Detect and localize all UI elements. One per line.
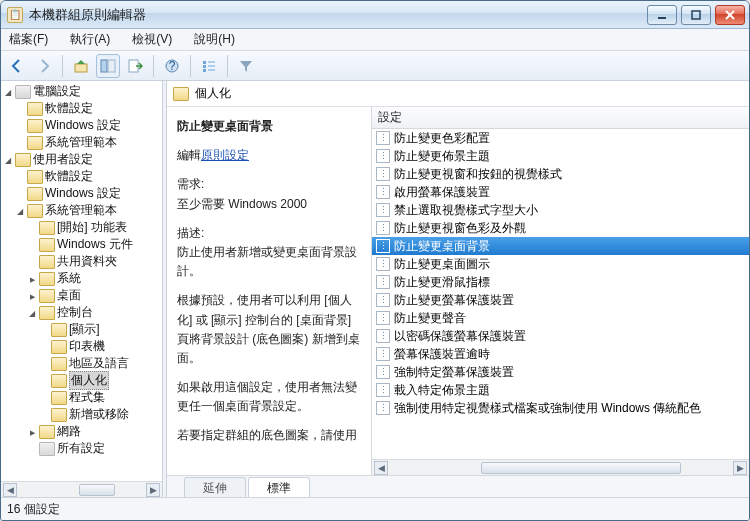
twisty-icon[interactable]: [27, 291, 37, 301]
tree-item[interactable]: 印表機: [1, 338, 162, 355]
tree-item[interactable]: 新增或移除: [1, 406, 162, 423]
description-2: 根據預設，使用者可以利用 [個人化] 或 [顯示] 控制台的 [桌面背景] 頁將…: [177, 291, 361, 368]
tree-item-label: 地區及語言: [69, 355, 129, 372]
tree-item[interactable]: Windows 設定: [1, 185, 162, 202]
tree-item[interactable]: Windows 元件: [1, 236, 162, 253]
folder-icon: [51, 357, 67, 371]
tree-item[interactable]: 系統管理範本: [1, 202, 162, 219]
listview-button[interactable]: [197, 54, 221, 78]
menubar: 檔案(F) 執行(A) 檢視(V) 說明(H): [1, 29, 749, 51]
toolbar-sep4: [227, 55, 228, 77]
list-scrollbar[interactable]: ◀ ▶: [372, 459, 749, 475]
tree-item[interactable]: 桌面: [1, 287, 162, 304]
window-controls: [647, 5, 745, 25]
tree-scrollbar[interactable]: ◀ ▶: [1, 481, 162, 497]
tree-item[interactable]: 網路: [1, 423, 162, 440]
body: 電腦設定 軟體設定Windows 設定系統管理範本使用者設定軟體設定Window…: [1, 81, 749, 498]
tree-root[interactable]: 電腦設定: [1, 83, 162, 100]
tree-item[interactable]: [顯示]: [1, 321, 162, 338]
tree-item[interactable]: 所有設定: [1, 440, 162, 457]
app-icon: 📋: [7, 7, 23, 23]
scroll-left-icon[interactable]: ◀: [374, 461, 388, 475]
export-button[interactable]: [123, 54, 147, 78]
policy-row-label: 強制使用特定視覺樣式檔案或強制使用 Windows 傳統配色: [394, 400, 701, 417]
menu-help[interactable]: 說明(H): [190, 29, 239, 50]
policy-icon: [376, 239, 390, 253]
tree-item[interactable]: 使用者設定: [1, 151, 162, 168]
policy-row[interactable]: 防止變更桌面圖示: [372, 255, 749, 273]
help-button[interactable]: ?: [160, 54, 184, 78]
policy-setting-link[interactable]: 原則設定: [201, 148, 249, 162]
policy-row[interactable]: 防止變更滑鼠指標: [372, 273, 749, 291]
column-header-setting[interactable]: 設定: [372, 107, 749, 129]
requirements-value: 至少需要 Windows 2000: [177, 197, 307, 211]
nav-forward-button[interactable]: [32, 54, 56, 78]
scroll-thumb[interactable]: [79, 484, 115, 496]
policy-row[interactable]: 防止變更視窗色彩及外觀: [372, 219, 749, 237]
tree-item-label: 桌面: [57, 287, 81, 304]
folder-icon: [39, 255, 55, 269]
tree-item[interactable]: 系統管理範本: [1, 134, 162, 151]
twisty-icon[interactable]: [15, 206, 25, 216]
policy-row[interactable]: 防止變更色彩配置: [372, 129, 749, 147]
twisty-icon[interactable]: [27, 308, 37, 318]
tree-item[interactable]: [開始] 功能表: [1, 219, 162, 236]
tab-standard[interactable]: 標準: [248, 477, 310, 497]
policy-row[interactable]: 螢幕保護裝置逾時: [372, 345, 749, 363]
scroll-thumb[interactable]: [481, 462, 681, 474]
tree-root-label: 電腦設定: [33, 83, 81, 100]
close-button[interactable]: [715, 5, 745, 25]
show-tree-button[interactable]: [96, 54, 120, 78]
menu-action[interactable]: 執行(A): [66, 29, 114, 50]
tree-item[interactable]: 系統: [1, 270, 162, 287]
scope-tree[interactable]: 電腦設定 軟體設定Windows 設定系統管理範本使用者設定軟體設定Window…: [1, 81, 163, 497]
policy-icon: [376, 383, 390, 397]
menu-view[interactable]: 檢視(V): [128, 29, 176, 50]
policy-row[interactable]: 以密碼保護螢幕保護裝置: [372, 327, 749, 345]
filter-button[interactable]: [234, 54, 258, 78]
folder-icon: [15, 153, 31, 167]
twisty-icon[interactable]: [27, 274, 37, 284]
scroll-right-icon[interactable]: ▶: [733, 461, 747, 475]
minimize-button[interactable]: [647, 5, 677, 25]
policy-row[interactable]: 啟用螢幕保護裝置: [372, 183, 749, 201]
tree-item[interactable]: 共用資料夾: [1, 253, 162, 270]
policy-row[interactable]: 防止變更佈景主題: [372, 147, 749, 165]
policy-list-body[interactable]: 防止變更色彩配置防止變更佈景主題防止變更視窗和按鈕的視覺樣式啟用螢幕保護裝置禁止…: [372, 129, 749, 459]
twisty-icon[interactable]: [3, 155, 13, 165]
policy-row[interactable]: 防止變更視窗和按鈕的視覺樣式: [372, 165, 749, 183]
folder-icon: [27, 170, 43, 184]
tree-item[interactable]: 個人化: [1, 372, 162, 389]
nav-back-button[interactable]: [5, 54, 29, 78]
up-level-button[interactable]: [69, 54, 93, 78]
tree-item[interactable]: 控制台: [1, 304, 162, 321]
folder-icon: [27, 204, 43, 218]
scroll-right-icon[interactable]: ▶: [146, 483, 160, 497]
policy-row[interactable]: 載入特定佈景主題: [372, 381, 749, 399]
policy-row[interactable]: 防止變更螢幕保護裝置: [372, 291, 749, 309]
twisty-icon[interactable]: [3, 87, 13, 97]
titlebar[interactable]: 📋 本機群組原則編輯器: [1, 1, 749, 29]
tree-item[interactable]: Windows 設定: [1, 117, 162, 134]
toolbar-sep2: [153, 55, 154, 77]
statusbar: 16 個設定: [1, 498, 749, 520]
policy-row[interactable]: 防止變更聲音: [372, 309, 749, 327]
tree-item[interactable]: 地區及語言: [1, 355, 162, 372]
svg-rect-1: [692, 11, 700, 19]
view-tabs: 延伸 標準: [167, 475, 749, 497]
menu-file[interactable]: 檔案(F): [5, 29, 52, 50]
maximize-button[interactable]: [681, 5, 711, 25]
twisty-icon[interactable]: [27, 427, 37, 437]
tree-item[interactable]: 軟體設定: [1, 100, 162, 117]
policy-row[interactable]: 強制特定螢幕保護裝置: [372, 363, 749, 381]
status-count: 16 個設定: [7, 501, 60, 518]
tree-item[interactable]: 軟體設定: [1, 168, 162, 185]
policy-row[interactable]: 防止變更桌面背景: [372, 237, 749, 255]
policy-row[interactable]: 禁止選取視覺樣式字型大小: [372, 201, 749, 219]
policy-icon: [376, 203, 390, 217]
policy-row[interactable]: 強制使用特定視覺樣式檔案或強制使用 Windows 傳統配色: [372, 399, 749, 417]
tree-item[interactable]: 程式集: [1, 389, 162, 406]
description-3: 如果啟用這個設定，使用者無法變更任一個桌面背景設定。: [177, 378, 361, 416]
scroll-left-icon[interactable]: ◀: [3, 483, 17, 497]
tab-extended[interactable]: 延伸: [184, 477, 246, 497]
